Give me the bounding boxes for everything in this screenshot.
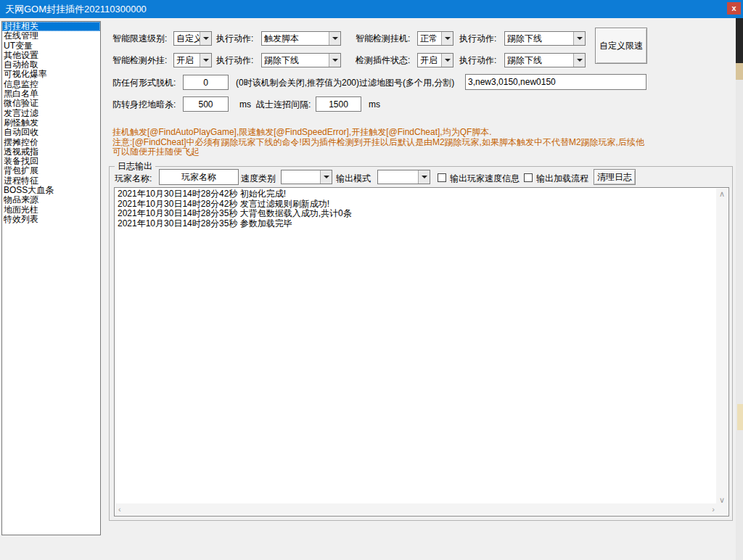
log-vertical-scrollbar[interactable]: ∧ ∨ [716,189,728,505]
speed-type-label: 速度类别 [241,171,276,186]
output-loading-label: 输出加载流程 [536,171,588,186]
output-mode-value [378,170,418,184]
sidebar-item[interactable]: 其他设置 [2,51,100,60]
sidebar-category-list[interactable]: 封挂相关在线管理UT变量其他设置自动拾取可视化爆率信息监控黑白名单微信验证发言过… [1,21,101,535]
script-trigger-notice: 挂机触发[@FindAutoPlayGame],限速触发[@FindSpeedE… [112,128,729,157]
anti-assassinate-input[interactable] [183,96,229,112]
background-window-sliver [736,63,743,80]
combo-interval-input[interactable] [316,96,361,112]
speed-limit-level-value: 自定义 [174,32,200,45]
log-horizontal-scrollbar[interactable]: ‹ › [115,503,718,515]
chevron-down-icon[interactable] [200,54,211,67]
log-line: 2021年10月30日14时28分42秒 初始化完成! [118,189,714,199]
sidebar-item[interactable]: 在线管理 [2,31,100,41]
plugin-status-select[interactable]: 开启 [417,53,453,67]
action3-value: 踢除下线 [262,54,329,67]
afk-detect-label: 智能检测挂机: [356,31,410,46]
scroll-right-icon[interactable]: › [712,504,715,514]
action2-select[interactable]: 踢除下线 [504,31,586,46]
sidebar-item[interactable]: 摆摊控价 [2,138,100,147]
clear-log-button[interactable]: 清理日志 [594,169,636,185]
speed-limit-level-select[interactable]: 自定义 [173,31,212,46]
custom-speed-limit-button[interactable]: 自定义限速 [595,28,647,64]
speed-limit-level-label: 智能限速级别: [112,31,167,46]
sidebar-item[interactable]: 地面光柱 [2,205,100,215]
chevron-down-icon[interactable] [573,32,585,45]
anti-offline-hint: (0时该机制会关闭,推荐值为200)过滤地图号(多个用,分割) [236,75,454,90]
combo-interval-label: 战士连招间隔: [256,97,311,112]
sidebar-item[interactable]: UT变量 [2,41,100,51]
sidebar-item[interactable]: 背包扩展 [2,166,100,176]
sidebar-item[interactable]: BOSS大血条 [2,186,100,195]
plugin-status-value: 开启 [418,54,441,67]
action3-select[interactable]: 踢除下线 [261,53,341,67]
speed-type-select[interactable] [281,170,332,184]
ms-unit-label: ms [369,97,380,112]
anti-offline-label: 防任何形式脱机: [112,75,176,90]
log-lines: 2021年10月30日14时28分42秒 初始化完成! 2021年10月30日1… [118,189,714,228]
action1-select[interactable]: 触发脚本 [261,31,341,46]
action4-label: 执行动作: [459,53,496,67]
sidebar-item[interactable]: 自动回收 [2,128,100,137]
afk-detect-select[interactable]: 正常 [417,31,453,46]
action1-label: 执行动作: [216,31,253,46]
sidebar-item[interactable]: 发言过滤 [2,109,100,118]
scroll-left-icon[interactable]: ‹ [118,504,121,514]
output-mode-select[interactable] [377,170,430,184]
log-line: 2021年10月30日14时28分42秒 发言过滤规则刷新成功! [118,199,714,210]
action4-select[interactable]: 踢除下线 [504,53,586,67]
close-button[interactable]: x [727,2,741,15]
background-window-sliver [736,18,743,560]
sidebar-item[interactable]: 物品来源 [2,195,100,205]
title-bar[interactable]: 天网GOM封挂插件202110300000 x [0,0,743,18]
action1-value: 触发脚本 [262,32,329,45]
anti-assassinate-label: 防转身挖地暗杀: [112,97,176,112]
scrollbar-corner [716,503,728,515]
log-output-group-title: 日志输出 [115,161,155,171]
action2-value: 踢除下线 [505,32,573,45]
scroll-up-icon[interactable]: ∧ [719,189,725,199]
sidebar-item[interactable]: 进程特征 [2,176,100,186]
log-line: 2021年10月30日14时28分35秒 参数加载完毕 [118,219,714,229]
background-window-sliver [737,404,743,430]
notice-line: 注意:[@FindCheat]中必须有踢除玩家下线的命令!因为插件检测到开挂以后… [112,138,729,148]
plugin-status-label: 检测插件状态: [356,53,410,67]
output-player-speed-label: 输出玩家速度信息 [450,171,520,186]
anti-offline-input[interactable] [183,75,229,90]
output-player-speed-checkbox[interactable] [438,173,446,182]
output-mode-label: 输出模式 [336,171,371,186]
sidebar-item[interactable]: 刷怪触发 [2,118,100,128]
map-filter-input[interactable] [465,74,646,90]
app-window: 天网GOM封挂插件202110300000 x 封挂相关在线管理UT变量其他设置… [0,0,743,560]
log-textarea[interactable]: 2021年10月30日14时28分42秒 初始化完成! 2021年10月30日1… [114,187,729,516]
sidebar-item[interactable]: 透视戒指 [2,147,100,157]
sidebar-item[interactable]: 装备找回 [2,157,100,166]
chevron-down-icon[interactable] [441,54,453,67]
cheat-detect-label: 智能检测外挂: [112,53,167,67]
sidebar-item[interactable]: 封挂相关 [2,22,100,31]
notice-line: 可以随便开挂随便飞起 [112,147,729,157]
chevron-down-icon[interactable] [418,170,430,184]
sidebar-item[interactable]: 自动拾取 [2,60,100,70]
output-loading-checkbox[interactable] [524,173,533,182]
sidebar-item[interactable]: 黑白名单 [2,89,100,99]
player-name-input[interactable] [159,169,239,185]
sidebar-item[interactable]: 微信验证 [2,99,100,108]
chevron-down-icon[interactable] [441,32,453,45]
chevron-down-icon[interactable] [320,170,332,184]
action4-value: 踢除下线 [505,54,573,67]
cheat-detect-select[interactable]: 开启 [173,53,212,67]
chevron-down-icon[interactable] [200,32,211,45]
notice-line: 挂机触发[@FindAutoPlayGame],限速触发[@FindSpeedE… [112,128,729,138]
sidebar-item[interactable]: 信息监控 [2,80,100,89]
ms-unit-label: ms [239,97,251,112]
sidebar-item[interactable]: 特效列表 [2,215,100,224]
chevron-down-icon[interactable] [329,54,340,67]
afk-detect-value: 正常 [418,32,441,45]
action2-label: 执行动作: [459,31,496,46]
chevron-down-icon[interactable] [573,54,585,67]
speed-type-value [282,170,320,184]
sidebar-item[interactable]: 可视化爆率 [2,70,100,79]
chevron-down-icon[interactable] [329,32,340,45]
background-window-sliver [736,18,743,63]
